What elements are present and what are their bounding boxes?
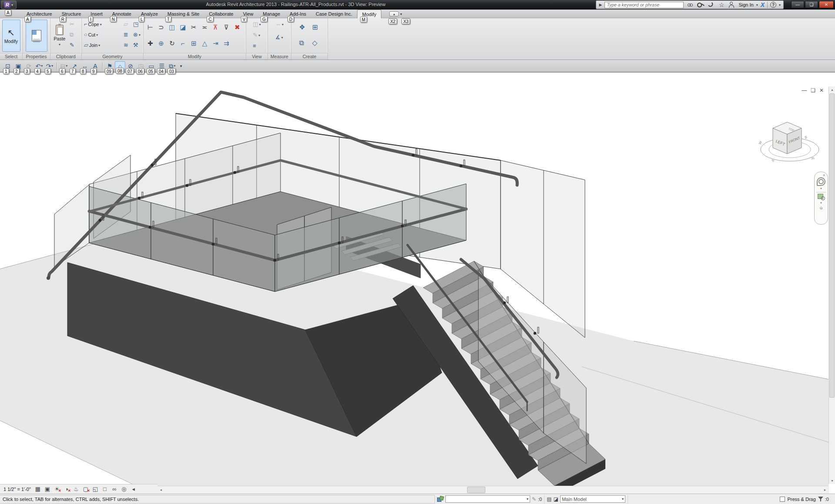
view-minimize-icon[interactable]: — [802,87,807,93]
measure-button[interactable]: ↗7 [69,61,80,71]
hide-in-view-button[interactable]: ≡ [252,41,261,51]
paste-button[interactable]: Paste ▾ [52,20,67,52]
horizontal-scrollbar[interactable]: ◄ ► [157,486,828,494]
synchronize-button[interactable]: ⟳3 [23,61,34,71]
panel-label-geometry[interactable]: Geometry [82,53,143,60]
delete-button[interactable]: ✖ [234,24,240,31]
unlocked-3d-view-button[interactable]: □ [100,485,110,493]
tab-manage[interactable]: ManageG [258,10,285,18]
offset-button[interactable]: ⊃ [158,24,164,31]
restore-button[interactable]: ❏ [805,1,818,8]
panel-label-create[interactable]: Create [291,53,327,60]
scroll-right-icon[interactable]: ► [822,486,828,494]
help-dropdown-icon[interactable]: ▾ [779,3,781,7]
sun-path-button[interactable]: ☀✕ [52,485,62,493]
trim-extend-corner-button[interactable]: ⌐ [181,40,185,47]
switch-windows-button[interactable]: ⧉▾03 [167,61,177,71]
scale-button[interactable]: △ [202,40,207,47]
create-group-button[interactable]: ⧉ [298,38,308,48]
editing-requests-icon[interactable]: ✎ [532,496,536,502]
modify-tool-button[interactable]: ↖ Modify [2,20,20,52]
panel-label-select[interactable]: Select [0,53,22,60]
cut-button[interactable]: ✂ [69,20,78,29]
collapse-dropdown-icon[interactable]: ▾ [400,12,402,16]
compass-n-label[interactable]: N [803,135,808,139]
tab-view[interactable]: ViewV [238,10,258,18]
favorites-star-icon[interactable]: ☆ [718,1,725,9]
scroll-down-icon[interactable]: ▼ [829,477,835,484]
exchange-apps-icon[interactable]: X [761,1,765,8]
tab-collaborate[interactable]: CollaborateC [204,10,238,18]
tab-add-ins[interactable]: Add-InsD [285,10,311,18]
reveal-hidden-elements-button[interactable]: ◎ [119,485,129,493]
shadows-button[interactable]: ◑✕ [62,485,71,493]
hscroll-thumb[interactable] [467,487,485,493]
save-button[interactable]: ▣2 [13,61,23,71]
open-button[interactable]: ⊡1 [3,61,13,71]
viewcube[interactable]: NESW TOP LEFT FRONT [758,122,819,163]
filter-icon[interactable] [818,497,824,502]
close-button[interactable]: ✕ [819,1,834,8]
pin-button[interactable]: ⊽ [224,24,229,31]
aligned-dimension-button[interactable]: ↔8 [80,61,90,71]
panel-label-measure[interactable]: Measure [268,53,291,60]
create-similar-button[interactable]: ◇ [311,38,321,48]
minimize-button[interactable]: — [791,1,804,8]
infocenter-expander-icon[interactable]: ▶ [599,3,602,7]
tab-modify[interactable]: ModifyM [357,10,381,18]
compass-w-label[interactable]: W [758,140,763,145]
view-close-icon[interactable]: ✕ [819,87,824,93]
design-options-dropdown[interactable]: Main Model ▾ [560,495,625,503]
mirror-pick-axis-button[interactable]: ◫ [169,24,175,31]
print-button[interactable]: ⊟▾6 [59,61,69,71]
detail-level-button[interactable]: ▦ [33,485,43,493]
panel-label-modify[interactable]: Modify [144,53,246,60]
trim-extend-single-button[interactable]: ⇥ [213,40,218,47]
redo-button[interactable]: ↷▾5 [44,61,55,71]
search-input[interactable] [605,2,684,8]
wheel-dropdown-icon[interactable]: ▾ [820,187,822,190]
split-element-button[interactable]: ✂ [191,24,197,31]
vertical-scrollbar[interactable]: ▲ ▼ [828,86,835,484]
steering-wheel-icon[interactable] [817,177,825,186]
thin-lines-button[interactable]: ☰04 [157,61,167,71]
search-icon[interactable] [686,1,694,9]
tab-architecture[interactable]: ArchitectureA [22,10,57,18]
show-crop-region-button[interactable]: ◱ [90,485,100,493]
mirror-draw-axis-button[interactable]: ◪ [180,24,186,31]
unpin-button[interactable]: ⊼ [213,24,218,31]
join-geometry-button[interactable]: ▱Join▾ [83,40,121,50]
worksets-icon[interactable] [437,496,444,502]
array-button[interactable]: ⊞ [191,40,197,47]
split-with-gap-button[interactable]: ≍ [202,24,207,31]
design-options-dialog-icon[interactable]: ▤ [547,496,551,502]
wall-joins-button[interactable]: ⊗▾ [132,30,142,40]
demolish-button[interactable]: ⚒ [132,40,142,50]
sheet-button[interactable]: ▭05 [146,61,157,71]
panel-label-properties[interactable]: Properties [23,53,50,60]
drawing-canvas[interactable]: NESW TOP LEFT FRONT [0,73,829,494]
navbar-collapse-icon[interactable]: ⊖ [819,206,823,210]
copy-button[interactable]: ⧉ [69,30,78,40]
crop-view-button[interactable]: ▢✕ [81,485,90,493]
collapse-arrow-button[interactable]: ◂ [129,485,138,493]
undo-button[interactable]: ↶▾4 [34,61,44,71]
create-parts-button[interactable]: ❖ [298,23,308,32]
section-button[interactable]: ⊘07 [125,61,136,71]
alignment-lines-button[interactable]: ⇔▾ [274,20,284,29]
match-type-properties-button[interactable]: ✎ [69,40,78,50]
help-icon[interactable]: ? [770,2,776,8]
collapse-ribbon-icon[interactable]: ▲ [389,11,399,17]
communication-center-icon[interactable] [708,2,715,7]
panel-label-view[interactable]: View [246,53,267,60]
tab-structure[interactable]: StructureR [57,10,86,18]
zoom-tool-icon[interactable] [817,193,825,200]
zoom-dropdown-icon[interactable]: ▾ [820,201,822,205]
tab-analyze[interactable]: AnalyzeL [136,10,163,18]
panel-label-clipboard[interactable]: Clipboard [50,53,81,60]
tab-massing-site[interactable]: Massing & SiteT [163,10,204,18]
cut-geometry-button[interactable]: ○Cut▾ [83,30,121,40]
linework-graphics-button[interactable]: ≋ [123,40,132,50]
copy-element-button[interactable]: ⊕ [158,40,164,47]
properties-button[interactable] [26,20,47,52]
